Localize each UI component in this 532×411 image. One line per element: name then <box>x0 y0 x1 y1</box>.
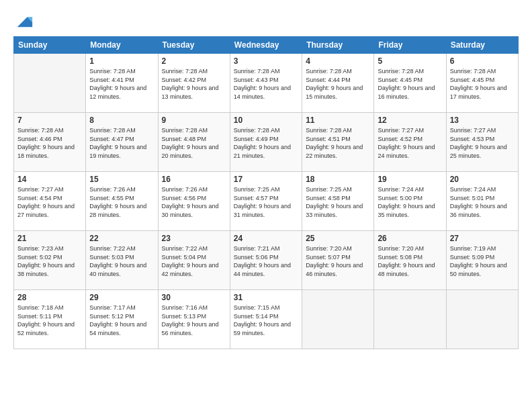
logo-icon <box>15 11 34 30</box>
table-row: 28Sunrise: 7:18 AM Sunset: 5:11 PM Dayli… <box>14 290 86 349</box>
table-row: 21Sunrise: 7:23 AM Sunset: 5:02 PM Dayli… <box>14 231 86 290</box>
logo <box>13 11 34 30</box>
day-info: Sunrise: 7:19 AM Sunset: 5:09 PM Dayligh… <box>450 244 515 278</box>
day-number: 16 <box>162 175 226 184</box>
header-wednesday: Wednesday <box>230 37 302 54</box>
day-number: 25 <box>306 234 370 243</box>
page: Sunday Monday Tuesday Wednesday Thursday… <box>0 0 532 411</box>
day-number: 24 <box>234 234 298 243</box>
table-row: 31Sunrise: 7:15 AM Sunset: 5:14 PM Dayli… <box>230 290 302 349</box>
calendar-week-row: 1Sunrise: 7:28 AM Sunset: 4:41 PM Daylig… <box>14 54 519 113</box>
table-row <box>374 290 446 349</box>
table-row: 14Sunrise: 7:27 AM Sunset: 4:54 PM Dayli… <box>14 172 86 231</box>
day-info: Sunrise: 7:28 AM Sunset: 4:44 PM Dayligh… <box>306 67 370 101</box>
day-info: Sunrise: 7:15 AM Sunset: 5:14 PM Dayligh… <box>234 304 298 337</box>
day-number: 14 <box>17 175 82 184</box>
day-number: 8 <box>89 116 154 125</box>
table-row: 9Sunrise: 7:28 AM Sunset: 4:48 PM Daylig… <box>158 113 230 172</box>
table-row: 24Sunrise: 7:21 AM Sunset: 5:06 PM Dayli… <box>230 231 302 290</box>
calendar-table: Sunday Monday Tuesday Wednesday Thursday… <box>13 36 519 349</box>
table-row <box>302 290 374 349</box>
table-row: 13Sunrise: 7:27 AM Sunset: 4:53 PM Dayli… <box>446 113 518 172</box>
day-info: Sunrise: 7:21 AM Sunset: 5:06 PM Dayligh… <box>234 244 298 278</box>
day-info: Sunrise: 7:22 AM Sunset: 5:03 PM Dayligh… <box>89 244 154 278</box>
day-number: 10 <box>234 116 298 125</box>
day-number: 29 <box>89 293 154 302</box>
header-thursday: Thursday <box>302 37 374 54</box>
day-info: Sunrise: 7:28 AM Sunset: 4:43 PM Dayligh… <box>234 67 298 101</box>
day-info: Sunrise: 7:23 AM Sunset: 5:02 PM Dayligh… <box>17 244 82 278</box>
header <box>13 11 519 30</box>
day-number: 9 <box>162 116 226 125</box>
table-row: 4Sunrise: 7:28 AM Sunset: 4:44 PM Daylig… <box>302 54 374 113</box>
day-number: 7 <box>17 116 82 125</box>
day-info: Sunrise: 7:24 AM Sunset: 5:01 PM Dayligh… <box>450 185 515 219</box>
table-row: 19Sunrise: 7:24 AM Sunset: 5:00 PM Dayli… <box>374 172 446 231</box>
table-row: 10Sunrise: 7:28 AM Sunset: 4:49 PM Dayli… <box>230 113 302 172</box>
day-info: Sunrise: 7:27 AM Sunset: 4:54 PM Dayligh… <box>17 185 82 219</box>
day-number: 17 <box>234 175 298 184</box>
header-friday: Friday <box>374 37 446 54</box>
day-info: Sunrise: 7:25 AM Sunset: 4:57 PM Dayligh… <box>234 185 298 219</box>
day-info: Sunrise: 7:28 AM Sunset: 4:48 PM Dayligh… <box>162 126 226 160</box>
day-number: 1 <box>89 56 154 66</box>
calendar-week-row: 7Sunrise: 7:28 AM Sunset: 4:46 PM Daylig… <box>14 113 519 172</box>
day-number: 30 <box>162 293 226 302</box>
table-row: 22Sunrise: 7:22 AM Sunset: 5:03 PM Dayli… <box>86 231 158 290</box>
day-info: Sunrise: 7:22 AM Sunset: 5:04 PM Dayligh… <box>162 244 226 278</box>
day-info: Sunrise: 7:28 AM Sunset: 4:45 PM Dayligh… <box>378 67 442 101</box>
table-row: 11Sunrise: 7:28 AM Sunset: 4:51 PM Dayli… <box>302 113 374 172</box>
day-info: Sunrise: 7:28 AM Sunset: 4:51 PM Dayligh… <box>306 126 370 160</box>
calendar-week-row: 21Sunrise: 7:23 AM Sunset: 5:02 PM Dayli… <box>14 231 519 290</box>
day-info: Sunrise: 7:24 AM Sunset: 5:00 PM Dayligh… <box>378 185 442 219</box>
day-info: Sunrise: 7:28 AM Sunset: 4:42 PM Dayligh… <box>162 67 226 101</box>
header-saturday: Saturday <box>446 37 518 54</box>
table-row: 26Sunrise: 7:20 AM Sunset: 5:08 PM Dayli… <box>374 231 446 290</box>
day-info: Sunrise: 7:17 AM Sunset: 5:12 PM Dayligh… <box>89 304 154 337</box>
table-row: 2Sunrise: 7:28 AM Sunset: 4:42 PM Daylig… <box>158 54 230 113</box>
day-number: 4 <box>306 56 370 66</box>
table-row: 18Sunrise: 7:25 AM Sunset: 4:58 PM Dayli… <box>302 172 374 231</box>
day-number: 13 <box>450 116 515 125</box>
header-monday: Monday <box>86 37 158 54</box>
day-number: 26 <box>378 234 442 243</box>
day-info: Sunrise: 7:28 AM Sunset: 4:49 PM Dayligh… <box>234 126 298 160</box>
table-row: 5Sunrise: 7:28 AM Sunset: 4:45 PM Daylig… <box>374 54 446 113</box>
day-info: Sunrise: 7:28 AM Sunset: 4:47 PM Dayligh… <box>89 126 154 160</box>
calendar-week-row: 28Sunrise: 7:18 AM Sunset: 5:11 PM Dayli… <box>14 290 519 349</box>
day-info: Sunrise: 7:27 AM Sunset: 4:52 PM Dayligh… <box>378 126 442 160</box>
calendar-header-row: Sunday Monday Tuesday Wednesday Thursday… <box>14 37 519 54</box>
table-row <box>446 290 518 349</box>
table-row: 12Sunrise: 7:27 AM Sunset: 4:52 PM Dayli… <box>374 113 446 172</box>
day-number: 2 <box>162 56 226 66</box>
header-sunday: Sunday <box>14 37 86 54</box>
day-number: 20 <box>450 175 515 184</box>
day-number: 6 <box>450 56 515 66</box>
day-info: Sunrise: 7:20 AM Sunset: 5:07 PM Dayligh… <box>306 244 370 278</box>
day-info: Sunrise: 7:28 AM Sunset: 4:46 PM Dayligh… <box>17 126 82 160</box>
day-number: 18 <box>306 175 370 184</box>
table-row: 27Sunrise: 7:19 AM Sunset: 5:09 PM Dayli… <box>446 231 518 290</box>
table-row: 3Sunrise: 7:28 AM Sunset: 4:43 PM Daylig… <box>230 54 302 113</box>
table-row: 17Sunrise: 7:25 AM Sunset: 4:57 PM Dayli… <box>230 172 302 231</box>
table-row: 7Sunrise: 7:28 AM Sunset: 4:46 PM Daylig… <box>14 113 86 172</box>
day-info: Sunrise: 7:28 AM Sunset: 4:41 PM Dayligh… <box>89 67 154 101</box>
day-number: 19 <box>378 175 442 184</box>
table-row: 25Sunrise: 7:20 AM Sunset: 5:07 PM Dayli… <box>302 231 374 290</box>
day-info: Sunrise: 7:26 AM Sunset: 4:56 PM Dayligh… <box>162 185 226 219</box>
header-tuesday: Tuesday <box>158 37 230 54</box>
day-number: 11 <box>306 116 370 125</box>
table-row: 30Sunrise: 7:16 AM Sunset: 5:13 PM Dayli… <box>158 290 230 349</box>
day-number: 5 <box>378 56 442 66</box>
day-info: Sunrise: 7:27 AM Sunset: 4:53 PM Dayligh… <box>450 126 515 160</box>
day-info: Sunrise: 7:20 AM Sunset: 5:08 PM Dayligh… <box>378 244 442 278</box>
day-number: 28 <box>17 293 82 302</box>
table-row: 6Sunrise: 7:28 AM Sunset: 4:45 PM Daylig… <box>446 54 518 113</box>
day-info: Sunrise: 7:16 AM Sunset: 5:13 PM Dayligh… <box>162 304 226 337</box>
day-number: 23 <box>162 234 226 243</box>
day-info: Sunrise: 7:18 AM Sunset: 5:11 PM Dayligh… <box>17 304 82 337</box>
day-number: 15 <box>89 175 154 184</box>
table-row: 15Sunrise: 7:26 AM Sunset: 4:55 PM Dayli… <box>86 172 158 231</box>
day-info: Sunrise: 7:26 AM Sunset: 4:55 PM Dayligh… <box>89 185 154 219</box>
table-row <box>14 54 86 113</box>
